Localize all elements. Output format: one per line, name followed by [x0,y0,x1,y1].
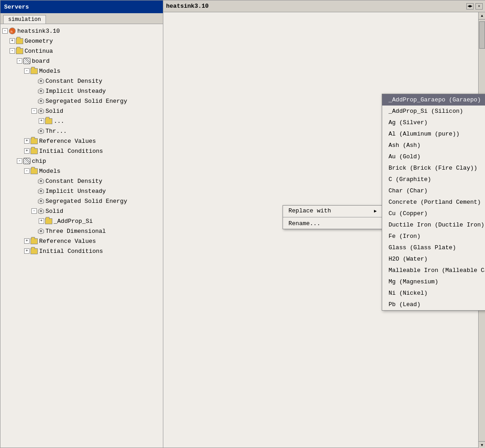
model-icon-3 [38,98,44,104]
board-models-folder-icon [30,68,38,74]
continua-expander[interactable]: - [10,48,15,54]
dropdown-item-17[interactable]: Ni (Nickel) [382,287,485,299]
model-icon-9 [38,208,44,214]
dropdown-item-8[interactable]: Char (Char) [382,185,485,196]
board-three-label: Thr... [45,128,67,135]
board-solid-sub-folder-icon [45,118,52,124]
dropdown-item-0[interactable]: _AddProp_Garaepo (Garaepo) [382,94,485,106]
board-reference-folder-icon [30,138,38,144]
board-reference-label: Reference Values [39,138,96,145]
dropdown-item-10[interactable]: Cu (Copper) [382,208,485,219]
servers-title: Servers [4,4,29,10]
pin-button[interactable]: ◀▶ [466,3,474,10]
board-label: board [32,58,50,65]
context-menu-rename-label: Rename... [288,220,320,227]
context-menu-rename[interactable]: Rename... [283,218,382,229]
chip-models-folder-icon [30,168,38,174]
scrollbar-up-btn[interactable]: ▲ [479,12,485,20]
chip-initial-folder-icon [30,248,38,254]
board-solid-expander[interactable]: - [31,108,37,114]
dropdown-item-15[interactable]: Malleable Iron (Malleable Cast Iron) [382,265,485,276]
context-menu: Replace with ▶ Rename... [283,205,383,229]
scrollbar-thumb[interactable] [479,21,485,49]
board-reference-expander[interactable]: + [24,138,30,144]
dropdown-item-13[interactable]: Glass (Glass Plate) [382,242,485,253]
dropdown-item-11[interactable]: Ductile Iron (Ductile Iron) [382,219,485,231]
chip-solid-addprop-folder-icon [45,218,52,224]
context-menu-divider [283,217,382,217]
chip-initial-expander[interactable]: + [24,248,30,254]
board-solid-sub-label: ... [54,118,64,125]
dropdown-item-18[interactable]: Pb (Lead) [382,299,485,310]
chip-label: chip [32,158,46,165]
chip-solid-addprop-label: _AddProp_Si [54,218,93,225]
model-icon-7 [38,188,44,194]
board-models-label: Models [39,68,61,75]
chip-models-expander[interactable]: - [24,168,30,174]
chip-solid-expander[interactable]: - [31,208,37,214]
heatsink-panel: heatsink3.10 ◀▶ ✕ ▲ ▼ Replace with ▶ Ren… [163,0,485,448]
dropdown-item-3[interactable]: Al (Aluminum (pure)) [382,128,485,140]
titlebar-controls: ◀▶ ✕ [466,3,483,10]
chip-reference-label: Reference Values [39,238,96,245]
dropdown-item-2[interactable]: Ag (Silver) [382,117,485,128]
chip-solid-label: Solid [45,208,63,215]
model-icon-8 [38,198,44,204]
board-models-expander[interactable]: - [24,68,30,74]
chip-reference-folder-icon [30,238,38,244]
board-const-density-label: Constant Density [45,78,102,85]
chip-reference-expander[interactable]: + [24,238,30,244]
chip-segregated-label: Segregated Solid Energy [45,198,127,205]
continua-label: Continua [25,48,53,55]
board-implicit-label: Implicit Unsteady [45,88,106,95]
chip-implicit-label: Implicit Unsteady [45,188,106,195]
svg-text:h: h [10,30,13,34]
heatsink-title: heatsink3.10 [166,3,209,10]
dropdown-item-9[interactable]: Concrete (Portland Cement) [382,196,485,208]
scrollbar-down-btn[interactable]: ▼ [479,441,485,448]
dropdown-item-5[interactable]: Au (Gold) [382,151,485,162]
model-icon-6 [38,178,44,184]
board-initial-expander[interactable]: + [24,148,30,154]
continua-folder-icon [16,48,23,54]
dropdown-item-14[interactable]: H2O (Water) [382,253,485,265]
chip-const-density-label: Constant Density [45,178,102,185]
root-expander[interactable]: - [2,28,8,34]
dropdown-item-7[interactable]: C (Graphite) [382,174,485,185]
simulation-tab[interactable]: simulation [3,15,46,24]
dropdown-list: _AddProp_Garaepo (Garaepo) _AddProp_Si (… [382,94,485,311]
dropdown-item-4[interactable]: Ash (Ash) [382,140,485,151]
heatsink-titlebar: heatsink3.10 ◀▶ ✕ [163,0,485,12]
context-menu-replace[interactable]: Replace with ▶ [283,206,382,216]
chip-solid-addprop-expander[interactable]: + [39,218,44,224]
geometry-expander[interactable]: + [10,38,15,44]
model-icon-2 [38,88,44,94]
model-icon-10 [38,228,44,234]
geometry-label: Geometry [25,38,53,45]
dropdown-item-16[interactable]: Mg (Magnesium) [382,276,485,287]
model-icon-4 [38,108,44,114]
geometry-folder-icon [16,38,23,44]
dropdown-item-12[interactable]: Fe (Iron) [382,231,485,242]
board-hatch-icon [23,58,30,64]
close-button[interactable]: ✕ [475,3,483,10]
chip-initial-label: Initial Conditions [39,248,103,255]
dropdown-item-6[interactable]: Brick (Brick (Fire Clay)) [382,162,485,174]
root-label: heatsink3.10 [17,28,60,35]
heatsink-icon: h [9,27,16,35]
board-initial-label: Initial Conditions [39,148,103,155]
board-solid-sub-expander[interactable]: + [39,118,44,124]
model-icon-5 [38,128,44,134]
board-expander[interactable]: - [17,58,22,64]
board-solid-label: Solid [45,108,63,115]
dropdown-item-1[interactable]: _AddProp_Si (Silicon) [382,106,485,117]
context-menu-replace-label: Replace with [288,207,331,214]
chip-three-label: Three Dimensional [45,228,106,235]
chip-models-label: Models [39,168,61,175]
board-initial-folder-icon [30,148,38,154]
chip-expander[interactable]: - [17,158,22,164]
chip-hatch-icon [23,158,30,164]
board-segregated-label: Segregated Solid Energy [45,98,127,105]
model-icon-1 [38,78,44,84]
submenu-arrow: ▶ [374,208,377,214]
